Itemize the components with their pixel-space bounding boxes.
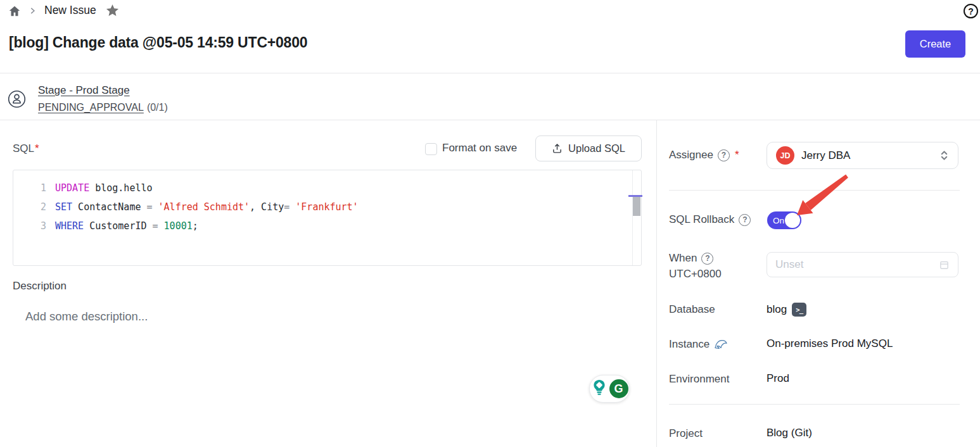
assignee-value: Jerry DBA	[801, 149, 932, 162]
assignee-label: Assignee ? *	[669, 149, 739, 161]
create-button[interactable]: Create	[905, 30, 965, 58]
grammarly-widget[interactable]: G	[589, 375, 630, 403]
sql-rollback-label: SQL Rollback ?	[669, 213, 751, 226]
divider	[0, 73, 980, 73]
code-line: 2SET ContactName = 'Alfred Schmidt', Cit…	[13, 198, 641, 217]
format-on-save-checkbox[interactable]	[425, 143, 437, 155]
breadcrumb-current[interactable]: New Issue	[44, 4, 96, 17]
instance-label: Instance	[669, 338, 728, 351]
code-line: 1UPDATE blog.hello	[13, 179, 641, 198]
assignee-select[interactable]: JD Jerry DBA	[767, 142, 958, 169]
toggle-state-label: On	[773, 216, 784, 225]
sql-label: SQL*	[13, 142, 39, 155]
when-help-icon[interactable]: ?	[701, 253, 713, 265]
database-value[interactable]: blog >_	[767, 303, 806, 317]
mysql-dolphin-icon	[714, 339, 728, 350]
description-input[interactable]: Add some description...	[25, 310, 148, 324]
format-on-save-label: Format on save	[442, 142, 517, 154]
when-timezone: UTC+0800	[669, 268, 722, 280]
sql-rollback-help-icon[interactable]: ?	[739, 214, 751, 226]
stage-link[interactable]: Stage - Prod Stage	[38, 84, 130, 97]
sql-console-icon[interactable]: >_	[792, 303, 806, 317]
when-label: When ?	[669, 252, 713, 265]
assignee-stage-icon	[7, 89, 27, 111]
required-asterisk: *	[35, 142, 39, 154]
environment-value: Prod	[767, 372, 789, 385]
star-icon[interactable]	[105, 3, 120, 20]
description-label: Description	[13, 280, 67, 293]
page-title: [blog] Change data @05-05 14:59 UTC+0800	[9, 34, 307, 51]
breadcrumb-separator-icon	[28, 6, 37, 18]
stage-status-link[interactable]: PENDING_APPROVAL	[38, 102, 144, 113]
home-icon[interactable]	[8, 4, 22, 21]
help-icon[interactable]: ?	[964, 4, 978, 18]
upload-icon	[552, 143, 563, 154]
annotation-arrow	[786, 170, 855, 227]
assignee-avatar: JD	[776, 146, 794, 165]
sidebar-divider	[656, 120, 657, 447]
project-value: Blog (Git)	[767, 427, 812, 439]
project-label: Project	[669, 427, 703, 440]
suggestion-lightbulb-icon[interactable]	[591, 378, 608, 400]
editor-scrollbar[interactable]	[633, 197, 640, 216]
when-date-input[interactable]: Unset	[767, 252, 958, 277]
upload-sql-button[interactable]: Upload SQL	[535, 135, 642, 161]
environment-label: Environment	[669, 373, 729, 386]
sql-editor[interactable]: 1UPDATE blog.hello2SET ContactName = 'Al…	[13, 170, 642, 266]
when-placeholder: Unset	[775, 258, 939, 271]
assignee-help-icon[interactable]: ?	[718, 149, 730, 161]
chevron-updown-icon	[939, 149, 949, 161]
grammarly-logo-icon[interactable]: G	[609, 379, 628, 398]
database-label: Database	[669, 303, 715, 316]
calendar-icon	[939, 260, 950, 270]
required-asterisk: *	[735, 149, 739, 161]
divider	[0, 120, 980, 120]
stage-status-count: (0/1)	[147, 102, 168, 113]
editor-scroll-divider	[632, 170, 633, 265]
sidebar-section-divider	[669, 404, 960, 405]
new-issue-page: New Issue ? [blog] Change data @05-05 14…	[0, 0, 980, 447]
code-line: 3WHERE CustomerID = 10001;	[13, 217, 641, 236]
instance-value: On-premises Prod MySQL	[767, 337, 893, 350]
